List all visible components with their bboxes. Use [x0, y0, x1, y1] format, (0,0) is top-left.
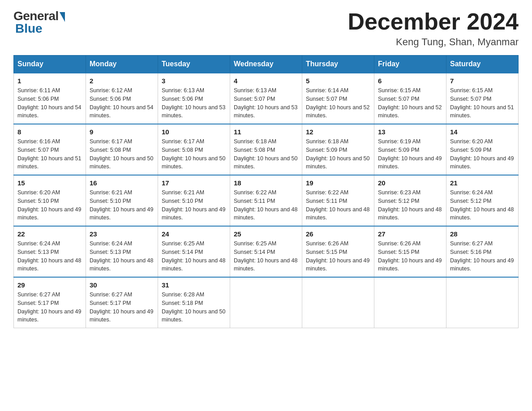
day-info: Sunrise: 6:20 AM Sunset: 5:10 PM Dayligh… — [17, 188, 82, 222]
header-tuesday: Tuesday — [158, 56, 230, 73]
day-info: Sunrise: 6:27 AM Sunset: 5:16 PM Dayligh… — [450, 240, 515, 273]
day-info: Sunrise: 6:20 AM Sunset: 5:09 PM Dayligh… — [450, 137, 515, 171]
calendar-cell: 9 Sunrise: 6:17 AM Sunset: 5:08 PM Dayli… — [86, 124, 158, 175]
calendar-cell: 11 Sunrise: 6:18 AM Sunset: 5:08 PM Dayl… — [230, 124, 302, 175]
page-header: General Blue December 2024 Keng Tung, Sh… — [13, 9, 519, 48]
calendar-cell: 20 Sunrise: 6:23 AM Sunset: 5:12 PM Dayl… — [374, 175, 446, 226]
calendar-cell: 24 Sunrise: 6:25 AM Sunset: 5:14 PM Dayl… — [158, 226, 230, 277]
calendar-cell — [230, 277, 302, 328]
calendar-cell: 23 Sunrise: 6:24 AM Sunset: 5:13 PM Dayl… — [86, 226, 158, 277]
day-number: 16 — [90, 179, 154, 187]
day-info: Sunrise: 6:27 AM Sunset: 5:17 PM Dayligh… — [17, 291, 82, 324]
day-info: Sunrise: 6:21 AM Sunset: 5:10 PM Dayligh… — [90, 188, 154, 222]
calendar-cell: 5 Sunrise: 6:14 AM Sunset: 5:07 PM Dayli… — [302, 73, 374, 124]
calendar-week-4: 22 Sunrise: 6:24 AM Sunset: 5:13 PM Dayl… — [14, 226, 519, 277]
day-number: 5 — [306, 77, 370, 85]
day-number: 20 — [378, 179, 442, 187]
calendar-week-2: 8 Sunrise: 6:16 AM Sunset: 5:07 PM Dayli… — [14, 124, 519, 175]
day-number: 15 — [17, 179, 82, 187]
logo-blue-text: Blue — [15, 21, 43, 36]
calendar-table: SundayMondayTuesdayWednesdayThursdayFrid… — [13, 55, 519, 328]
day-info: Sunrise: 6:26 AM Sunset: 5:15 PM Dayligh… — [306, 240, 370, 273]
day-number: 17 — [162, 179, 226, 187]
header-thursday: Thursday — [302, 56, 374, 73]
header-saturday: Saturday — [446, 56, 519, 73]
location: Keng Tung, Shan, Myanmar — [348, 36, 519, 48]
calendar-cell: 15 Sunrise: 6:20 AM Sunset: 5:10 PM Dayl… — [14, 175, 86, 226]
calendar-cell: 3 Sunrise: 6:13 AM Sunset: 5:06 PM Dayli… — [158, 73, 230, 124]
day-number: 19 — [306, 179, 370, 187]
header-sunday: Sunday — [14, 56, 86, 73]
calendar-cell: 13 Sunrise: 6:19 AM Sunset: 5:09 PM Dayl… — [374, 124, 446, 175]
calendar-cell: 19 Sunrise: 6:22 AM Sunset: 5:11 PM Dayl… — [302, 175, 374, 226]
calendar-cell: 6 Sunrise: 6:15 AM Sunset: 5:07 PM Dayli… — [374, 73, 446, 124]
calendar-cell: 1 Sunrise: 6:11 AM Sunset: 5:06 PM Dayli… — [14, 73, 86, 124]
day-info: Sunrise: 6:12 AM Sunset: 5:06 PM Dayligh… — [90, 86, 154, 120]
calendar-week-1: 1 Sunrise: 6:11 AM Sunset: 5:06 PM Dayli… — [14, 73, 519, 124]
calendar-cell: 25 Sunrise: 6:25 AM Sunset: 5:14 PM Dayl… — [230, 226, 302, 277]
day-number: 8 — [17, 128, 82, 136]
day-info: Sunrise: 6:28 AM Sunset: 5:18 PM Dayligh… — [162, 291, 226, 324]
day-info: Sunrise: 6:22 AM Sunset: 5:11 PM Dayligh… — [234, 188, 298, 222]
day-info: Sunrise: 6:23 AM Sunset: 5:12 PM Dayligh… — [378, 188, 442, 222]
calendar-week-5: 29 Sunrise: 6:27 AM Sunset: 5:17 PM Dayl… — [14, 277, 519, 328]
calendar-cell: 17 Sunrise: 6:21 AM Sunset: 5:10 PM Dayl… — [158, 175, 230, 226]
day-info: Sunrise: 6:19 AM Sunset: 5:09 PM Dayligh… — [378, 137, 442, 171]
calendar-cell: 12 Sunrise: 6:18 AM Sunset: 5:09 PM Dayl… — [302, 124, 374, 175]
day-info: Sunrise: 6:27 AM Sunset: 5:17 PM Dayligh… — [90, 291, 154, 324]
day-number: 25 — [234, 230, 298, 238]
calendar-cell — [374, 277, 446, 328]
day-info: Sunrise: 6:24 AM Sunset: 5:13 PM Dayligh… — [90, 240, 154, 273]
calendar-cell: 4 Sunrise: 6:13 AM Sunset: 5:07 PM Dayli… — [230, 73, 302, 124]
day-info: Sunrise: 6:16 AM Sunset: 5:07 PM Dayligh… — [17, 137, 82, 171]
calendar-cell: 2 Sunrise: 6:12 AM Sunset: 5:06 PM Dayli… — [86, 73, 158, 124]
calendar-cell: 21 Sunrise: 6:24 AM Sunset: 5:12 PM Dayl… — [446, 175, 519, 226]
day-info: Sunrise: 6:17 AM Sunset: 5:08 PM Dayligh… — [162, 137, 226, 171]
day-info: Sunrise: 6:11 AM Sunset: 5:06 PM Dayligh… — [17, 86, 82, 120]
calendar-cell: 28 Sunrise: 6:27 AM Sunset: 5:16 PM Dayl… — [446, 226, 519, 277]
calendar-cell: 18 Sunrise: 6:22 AM Sunset: 5:11 PM Dayl… — [230, 175, 302, 226]
day-number: 24 — [162, 230, 226, 238]
calendar-week-3: 15 Sunrise: 6:20 AM Sunset: 5:10 PM Dayl… — [14, 175, 519, 226]
header-friday: Friday — [374, 56, 446, 73]
day-info: Sunrise: 6:22 AM Sunset: 5:11 PM Dayligh… — [306, 188, 370, 222]
day-number: 4 — [234, 77, 298, 85]
header-wednesday: Wednesday — [230, 56, 302, 73]
day-info: Sunrise: 6:15 AM Sunset: 5:07 PM Dayligh… — [378, 86, 442, 120]
day-number: 7 — [450, 77, 515, 85]
day-number: 12 — [306, 128, 370, 136]
day-number: 10 — [162, 128, 226, 136]
day-number: 22 — [17, 230, 82, 238]
day-number: 3 — [162, 77, 226, 85]
calendar-cell: 31 Sunrise: 6:28 AM Sunset: 5:18 PM Dayl… — [158, 277, 230, 328]
day-number: 28 — [450, 230, 515, 238]
day-number: 30 — [90, 281, 154, 289]
logo: General Blue — [13, 9, 65, 36]
calendar-cell: 7 Sunrise: 6:15 AM Sunset: 5:07 PM Dayli… — [446, 73, 519, 124]
day-number: 23 — [90, 230, 154, 238]
day-number: 31 — [162, 281, 226, 289]
calendar-cell: 14 Sunrise: 6:20 AM Sunset: 5:09 PM Dayl… — [446, 124, 519, 175]
day-number: 13 — [378, 128, 442, 136]
calendar-cell: 22 Sunrise: 6:24 AM Sunset: 5:13 PM Dayl… — [14, 226, 86, 277]
day-number: 14 — [450, 128, 515, 136]
calendar-cell: 27 Sunrise: 6:26 AM Sunset: 5:15 PM Dayl… — [374, 226, 446, 277]
day-info: Sunrise: 6:26 AM Sunset: 5:15 PM Dayligh… — [378, 240, 442, 273]
day-info: Sunrise: 6:13 AM Sunset: 5:06 PM Dayligh… — [162, 86, 226, 120]
day-info: Sunrise: 6:17 AM Sunset: 5:08 PM Dayligh… — [90, 137, 154, 171]
day-number: 26 — [306, 230, 370, 238]
day-number: 2 — [90, 77, 154, 85]
calendar-cell: 16 Sunrise: 6:21 AM Sunset: 5:10 PM Dayl… — [86, 175, 158, 226]
day-number: 18 — [234, 179, 298, 187]
day-number: 27 — [378, 230, 442, 238]
day-info: Sunrise: 6:24 AM Sunset: 5:12 PM Dayligh… — [450, 188, 515, 222]
day-info: Sunrise: 6:18 AM Sunset: 5:08 PM Dayligh… — [234, 137, 298, 171]
calendar-cell — [302, 277, 374, 328]
month-title: December 2024 — [348, 9, 519, 34]
day-number: 1 — [17, 77, 82, 85]
calendar-header-row: SundayMondayTuesdayWednesdayThursdayFrid… — [14, 56, 519, 73]
header-monday: Monday — [86, 56, 158, 73]
day-number: 29 — [17, 281, 82, 289]
day-number: 6 — [378, 77, 442, 85]
calendar-cell: 26 Sunrise: 6:26 AM Sunset: 5:15 PM Dayl… — [302, 226, 374, 277]
